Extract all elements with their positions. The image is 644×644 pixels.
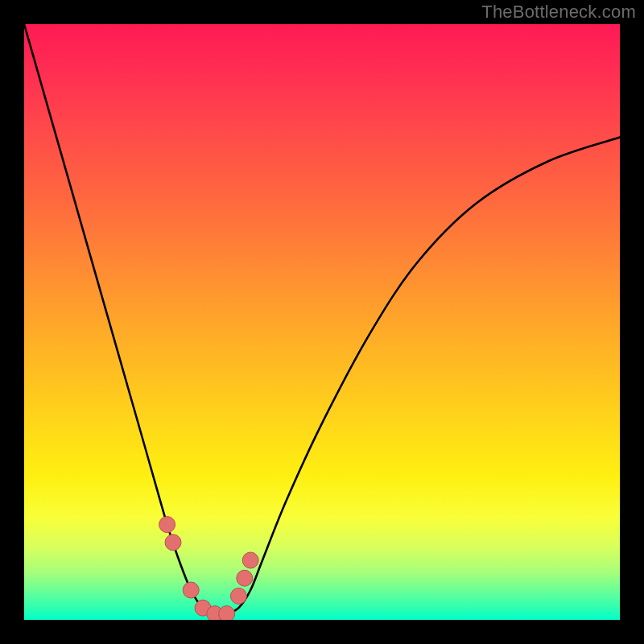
highlight-dot <box>183 582 199 598</box>
highlight-dot <box>242 552 258 568</box>
watermark-text: TheBottleneck.com <box>481 2 636 23</box>
marker-group <box>159 517 259 620</box>
highlight-markers <box>24 24 620 620</box>
highlight-dot <box>165 535 181 551</box>
highlight-dot <box>219 606 235 620</box>
highlight-dot <box>159 517 175 533</box>
plot-area <box>24 24 620 620</box>
highlight-dot <box>237 570 253 586</box>
highlight-dot <box>230 588 246 604</box>
